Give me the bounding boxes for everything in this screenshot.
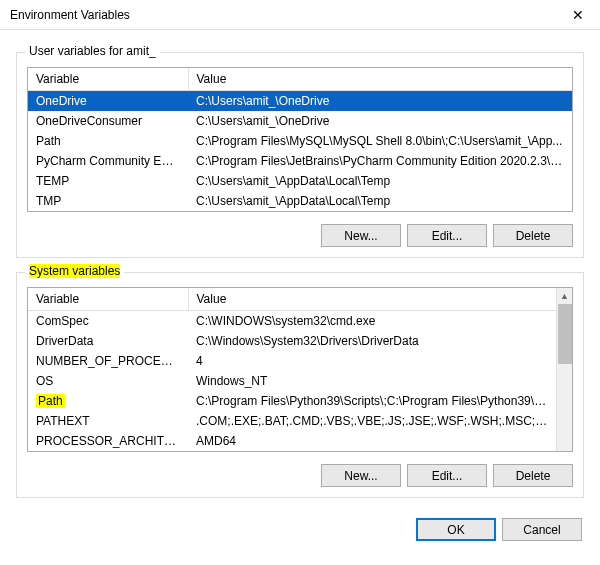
cell-variable: PATHEXT (28, 411, 188, 431)
table-row[interactable]: Path C:\Program Files\Python39\Scripts\;… (28, 391, 556, 411)
user-new-button[interactable]: New... (321, 224, 401, 247)
cell-value: AMD64 (188, 431, 556, 451)
table-row[interactable]: DriverData C:\Windows\System32\Drivers\D… (28, 331, 556, 351)
cell-value: C:\Program Files\MySQL\MySQL Shell 8.0\b… (188, 131, 572, 151)
titlebar: Environment Variables ✕ (0, 0, 600, 30)
sys-edit-button[interactable]: Edit... (407, 464, 487, 487)
system-buttons: New... Edit... Delete (27, 464, 573, 487)
cell-variable: OS (28, 371, 188, 391)
scrollbar[interactable]: ▲ (556, 288, 572, 451)
user-group-label: User variables for amit_ (25, 44, 160, 58)
sys-header-value[interactable]: Value (188, 288, 556, 311)
user-delete-button[interactable]: Delete (493, 224, 573, 247)
sys-delete-button[interactable]: Delete (493, 464, 573, 487)
titlebar-title: Environment Variables (10, 8, 130, 22)
cell-variable: TMP (28, 191, 188, 211)
cell-value: C:\WINDOWS\system32\cmd.exe (188, 311, 556, 332)
cell-value: C:\Program Files\Python39\Scripts\;C:\Pr… (188, 391, 556, 411)
ok-button[interactable]: OK (416, 518, 496, 541)
table-row[interactable]: PROCESSOR_ARCHITECTURE AMD64 (28, 431, 556, 451)
cell-variable: TEMP (28, 171, 188, 191)
table-row[interactable]: NUMBER_OF_PROCESSORS 4 (28, 351, 556, 371)
table-row[interactable]: PyCharm Community Edition C:\Program Fil… (28, 151, 572, 171)
table-row[interactable]: OneDriveConsumer C:\Users\amit_\OneDrive (28, 111, 572, 131)
table-row[interactable]: OneDrive C:\Users\amit_\OneDrive (28, 91, 572, 112)
cell-value: 4 (188, 351, 556, 371)
system-variables-group: System variables Variable Value ComSpec … (16, 272, 584, 498)
cell-variable: Path (28, 391, 188, 411)
table-row[interactable]: PATHEXT .COM;.EXE;.BAT;.CMD;.VBS;.VBE;.J… (28, 411, 556, 431)
cell-value: Windows_NT (188, 371, 556, 391)
cell-variable: Path (28, 131, 188, 151)
cell-variable: PROCESSOR_ARCHITECTURE (28, 431, 188, 451)
dialog-content: User variables for amit_ Variable Value … (0, 30, 600, 506)
cell-value: C:\Users\amit_\OneDrive (188, 91, 572, 112)
cell-variable: DriverData (28, 331, 188, 351)
system-group-label: System variables (25, 264, 124, 278)
cell-variable: PyCharm Community Edition (28, 151, 188, 171)
user-variables-group: User variables for amit_ Variable Value … (16, 52, 584, 258)
cell-value: C:\Program Files\JetBrains\PyCharm Commu… (188, 151, 572, 171)
cell-variable: OneDrive (28, 91, 188, 112)
cell-variable: OneDriveConsumer (28, 111, 188, 131)
user-header-value[interactable]: Value (188, 68, 572, 91)
cell-value: .COM;.EXE;.BAT;.CMD;.VBS;.VBE;.JS;.JSE;.… (188, 411, 556, 431)
sys-new-button[interactable]: New... (321, 464, 401, 487)
cell-value: C:\Users\amit_\AppData\Local\Temp (188, 171, 572, 191)
cell-value: C:\Users\amit_\AppData\Local\Temp (188, 191, 572, 211)
table-row[interactable]: ComSpec C:\WINDOWS\system32\cmd.exe (28, 311, 556, 332)
cell-value: C:\Users\amit_\OneDrive (188, 111, 572, 131)
sys-header-variable[interactable]: Variable (28, 288, 188, 311)
table-row[interactable]: OS Windows_NT (28, 371, 556, 391)
scroll-thumb[interactable] (558, 304, 572, 364)
dialog-buttons: OK Cancel (0, 506, 600, 553)
table-row[interactable]: Path C:\Program Files\MySQL\MySQL Shell … (28, 131, 572, 151)
scroll-up-icon[interactable]: ▲ (560, 288, 569, 304)
table-row[interactable]: TEMP C:\Users\amit_\AppData\Local\Temp (28, 171, 572, 191)
table-row[interactable]: TMP C:\Users\amit_\AppData\Local\Temp (28, 191, 572, 211)
cell-variable: NUMBER_OF_PROCESSORS (28, 351, 188, 371)
user-variables-table[interactable]: Variable Value OneDrive C:\Users\amit_\O… (27, 67, 573, 212)
cell-value: C:\Windows\System32\Drivers\DriverData (188, 331, 556, 351)
cell-variable: ComSpec (28, 311, 188, 332)
system-variables-table[interactable]: Variable Value ComSpec C:\WINDOWS\system… (27, 287, 573, 452)
user-edit-button[interactable]: Edit... (407, 224, 487, 247)
user-header-variable[interactable]: Variable (28, 68, 188, 91)
cancel-button[interactable]: Cancel (502, 518, 582, 541)
close-icon[interactable]: ✕ (555, 0, 600, 30)
user-buttons: New... Edit... Delete (27, 224, 573, 247)
